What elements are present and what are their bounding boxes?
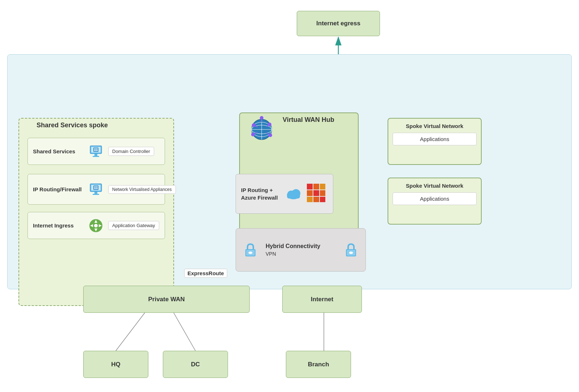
diagram-container: Internet egress Shared Services spoke Sh… — [0, 0, 579, 392]
network-appliance-icon — [87, 181, 105, 198]
hq-label: HQ — [111, 361, 121, 368]
globe-icon — [246, 114, 277, 145]
svg-rect-21 — [93, 156, 99, 157]
svg-rect-65 — [307, 197, 313, 202]
vpn-lock-icon-left — [242, 241, 259, 259]
svg-point-48 — [269, 133, 272, 137]
main-azure-area: Shared Services spoke Shared Services — [7, 54, 572, 289]
spoke-vnet-2-inner: Applications — [393, 192, 477, 205]
branch-box: Branch — [286, 351, 351, 378]
svg-point-45 — [252, 123, 255, 127]
firewall-icon — [306, 183, 328, 205]
svg-point-46 — [268, 123, 271, 126]
shared-services-label: Shared Services — [33, 148, 84, 154]
computer-icon — [87, 143, 105, 160]
svg-point-47 — [251, 133, 255, 136]
svg-rect-67 — [320, 197, 325, 202]
spoke-vnet-1-title: Spoke Virtual Network — [393, 123, 477, 129]
hybrid-connectivity-box: Hybrid Connectivity VPN — [236, 228, 366, 272]
svg-rect-59 — [307, 184, 313, 189]
svg-point-49 — [260, 116, 263, 120]
svg-rect-62 — [307, 190, 313, 196]
dc-box: DC — [163, 351, 228, 378]
branch-label: Branch — [308, 361, 329, 368]
internet-label: Internet — [311, 296, 333, 303]
ip-routing-label: IP Routing/Firewall — [33, 186, 84, 192]
private-wan-label: Private WAN — [148, 296, 185, 303]
hybrid-connectivity-label: Hybrid Connectivity — [266, 243, 339, 250]
svg-rect-60 — [313, 184, 319, 189]
shared-services-spoke-title: Shared Services spoke — [37, 122, 108, 129]
spoke-vnet-1-inner: Applications — [393, 133, 477, 145]
svg-rect-20 — [94, 154, 97, 156]
internet-box: Internet — [282, 286, 362, 313]
svg-point-39 — [94, 224, 98, 227]
vpn-lock-icon-right — [342, 241, 360, 259]
ip-routing-firewall-row: IP Routing/Firewall Network Virtualised … — [28, 174, 165, 205]
spoke-vnet-2: Spoke Virtual Network Applications — [388, 178, 482, 225]
svg-line-14 — [116, 313, 145, 351]
svg-line-15 — [174, 313, 195, 351]
app-gateway-tag: Application Gateway — [108, 221, 159, 230]
vwan-hub-label: Virtual WAN Hub — [283, 116, 334, 124]
dc-label: DC — [191, 361, 200, 368]
internet-egress-box: Internet egress — [297, 11, 380, 36]
internet-ingress-row: Internet Ingress Application Gateway — [28, 212, 165, 239]
internet-egress-label: Internet egress — [316, 20, 360, 27]
svg-rect-58 — [287, 194, 300, 199]
nva-tag: Network Virtualised Appliances — [108, 185, 176, 194]
ip-routing-azure-label: IP Routing +Azure Firewall — [241, 186, 281, 201]
expressroute-label: ExpressRoute — [184, 269, 227, 278]
svg-rect-64 — [320, 190, 325, 196]
cloud-icon — [286, 187, 302, 201]
spoke-vnet-2-title: Spoke Virtual Network — [393, 183, 477, 189]
svg-rect-61 — [320, 184, 325, 189]
shared-services-row: Shared Services — [28, 138, 165, 165]
ip-routing-azure-box: IP Routing +Azure Firewall — [236, 174, 333, 214]
hq-box: HQ — [83, 351, 148, 378]
app-gateway-icon — [87, 217, 105, 234]
svg-rect-28 — [94, 192, 97, 194]
hybrid-vpn-label: VPN — [266, 251, 339, 257]
private-wan-box: Private WAN — [83, 286, 250, 313]
internet-ingress-label: Internet Ingress — [33, 222, 84, 229]
svg-rect-29 — [93, 194, 99, 195]
domain-controller-tag: Domain Controller — [108, 147, 154, 156]
svg-rect-63 — [313, 190, 319, 196]
spoke-vnet-1: Spoke Virtual Network Applications — [388, 118, 482, 165]
svg-rect-66 — [313, 197, 319, 202]
